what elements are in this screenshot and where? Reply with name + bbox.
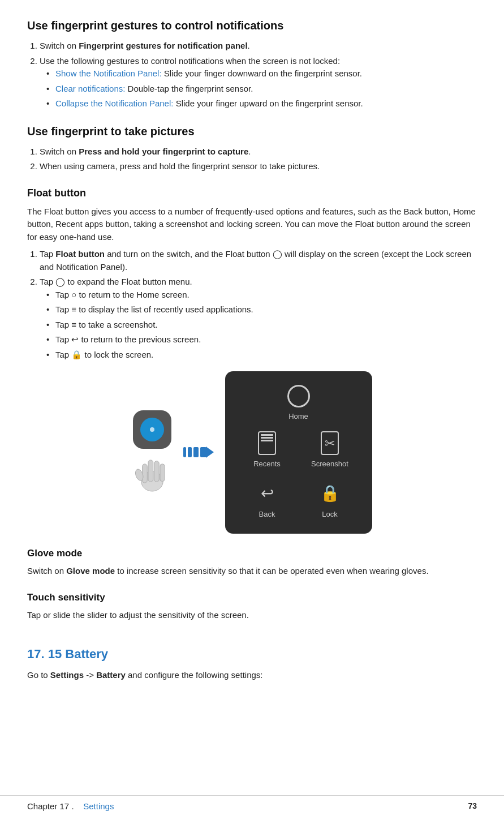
float-menu-panel: Home Recents: [225, 371, 372, 534]
screenshot-label: Screenshot: [311, 458, 348, 470]
menu-recents-item: Recents: [239, 428, 296, 473]
menu-mid-row: Recents ✂ Screenshot ↩ Back: [239, 428, 359, 523]
back-label: Back: [259, 509, 275, 520]
float-btn-circle: [133, 410, 171, 449]
sub-bullet-back: Tap ↩ to return to the previous screen.: [55, 333, 477, 346]
float-button-steps: Tap Float button and turn on the switch,…: [40, 248, 477, 361]
sub-bullet-screenshot: Tap ≡ to take a screenshot.: [55, 319, 477, 332]
menu-home-item: Home: [284, 381, 313, 426]
fingerprint-notifications-section: Use fingerprint gestures to control noti…: [27, 17, 477, 110]
float-step-2: Tap ◯ to expand the Float button menu. T…: [40, 276, 477, 361]
float-button-section: Float button The Float button gives you …: [27, 186, 477, 534]
gesture-show-link: Show the Notification Panel:: [55, 68, 162, 78]
fingerprint-pictures-title: Use fingerprint to take pictures: [27, 123, 477, 140]
fingerprint-notifications-steps: Switch on Fingerprint gestures for notif…: [40, 40, 477, 110]
ph-line-1: [261, 434, 273, 436]
float-button-description: The Float button gives you access to a n…: [27, 205, 477, 244]
step-1-bold: Fingerprint gestures for notification pa…: [79, 41, 247, 50]
footer-chapter: Chapter 17 . Settings: [27, 800, 114, 813]
touch-sensitivity-title: Touch sensitivity: [27, 590, 477, 605]
float-button-title: Float button: [27, 186, 477, 201]
menu-lock-item: 🔒 Lock: [301, 478, 359, 523]
svg-rect-5: [154, 461, 159, 482]
recents-icon: [258, 431, 276, 455]
gesture-clear-link: Clear notifications:: [55, 84, 125, 93]
gesture-collapse-link: Collapse the Notification Panel:: [55, 98, 173, 108]
svg-rect-4: [148, 460, 153, 482]
sub-bullet-home: Tap ○ to return to the Home screen.: [55, 289, 477, 302]
touch-icon: [146, 423, 158, 436]
arrow-bars: [183, 447, 206, 457]
glove-mode-section: Glove mode Switch on Glove mode to incre…: [27, 546, 477, 578]
menu-back-item: ↩ Back: [239, 478, 296, 523]
float-button-illustration: [132, 410, 172, 494]
hand-illustration: [132, 449, 172, 494]
fingerprint-notifications-title: Use fingerprint gestures to control noti…: [27, 17, 477, 34]
battery-title: 17. 15 Battery: [27, 645, 477, 663]
page-footer: Chapter 17 . Settings 73: [0, 795, 504, 813]
expand-arrow: [183, 447, 214, 458]
home-label: Home: [288, 411, 308, 422]
battery-bold: Battery: [96, 670, 126, 680]
recents-label: Recents: [253, 458, 281, 470]
sub-bullet-lock: Tap 🔒 to lock the screen.: [55, 349, 477, 362]
back-icon: ↩: [261, 482, 274, 505]
pictures-step-2: When using camera, press and hold the fi…: [40, 160, 477, 173]
gesture-clear: Clear notifications: Double-tap the fing…: [55, 83, 477, 96]
ph-line-3: [261, 440, 273, 441]
gesture-collapse: Collapse the Notification Panel: Slide y…: [55, 97, 477, 110]
fingerprint-pictures-section: Use fingerprint to take pictures Switch …: [27, 123, 477, 173]
battery-title-word: Battery: [65, 647, 108, 661]
home-icon: [287, 385, 310, 407]
diagram-container: Home Recents: [132, 371, 372, 534]
float-button-diagram: Home Recents: [27, 371, 477, 534]
pictures-step-1: Switch on Press and hold your fingerprin…: [40, 145, 477, 158]
footer-page-number: 73: [468, 800, 477, 812]
step-1-notifications: Switch on Fingerprint gestures for notif…: [40, 40, 477, 53]
svg-point-1: [150, 427, 154, 432]
float-step-1: Tap Float button and turn on the switch,…: [40, 248, 477, 273]
svg-rect-6: [160, 464, 165, 482]
bar-2: [188, 447, 192, 457]
pictures-step-1-bold: Press and hold your fingerprint to captu…: [79, 147, 248, 156]
battery-number: 17. 15: [27, 647, 62, 661]
screenshot-icon: ✂: [321, 431, 339, 455]
glove-mode-text: Switch on Glove mode to increase screen …: [27, 565, 477, 578]
gesture-show: Show the Notification Panel: Slide your …: [55, 67, 477, 80]
menu-home-row: Home: [239, 381, 359, 426]
arrow-head: [206, 447, 214, 458]
svg-rect-3: [142, 464, 147, 483]
float-sub-bullets: Tap ○ to return to the Home screen. Tap …: [55, 289, 477, 362]
battery-section: 17. 15 Battery Go to Settings -> Battery…: [27, 639, 477, 682]
float-step-1-bold: Float button: [55, 249, 105, 259]
touch-sensitivity-text: Tap or slide the slider to adjust the se…: [27, 609, 477, 622]
scissors-symbol: ✂: [325, 434, 335, 452]
notification-gesture-list: Show the Notification Panel: Slide your …: [55, 67, 477, 110]
footer-chapter-label: Chapter 17 .: [27, 801, 74, 811]
sub-bullet-recents: Tap ≡ to display the list of recently us…: [55, 303, 477, 316]
float-btn-inner: [140, 418, 164, 441]
bar-1: [183, 447, 186, 457]
menu-screenshot-item: ✂ Screenshot: [301, 428, 359, 473]
footer-section-link: Settings: [83, 801, 114, 811]
lock-label: Lock: [322, 509, 337, 520]
glove-mode-bold: Glove mode: [66, 566, 115, 576]
ph-line-2: [261, 437, 273, 439]
step-2-notifications: Use the following gestures to control no…: [40, 55, 477, 110]
bar-3: [193, 447, 199, 457]
fingerprint-pictures-steps: Switch on Press and hold your fingerprin…: [40, 145, 477, 173]
glove-mode-title: Glove mode: [27, 546, 477, 561]
touch-sensitivity-section: Touch sensitivity Tap or slide the slide…: [27, 590, 477, 622]
battery-description: Go to Settings -> Battery and configure …: [27, 669, 477, 682]
battery-settings-bold: Settings: [50, 670, 84, 680]
lock-icon: 🔒: [320, 482, 340, 505]
